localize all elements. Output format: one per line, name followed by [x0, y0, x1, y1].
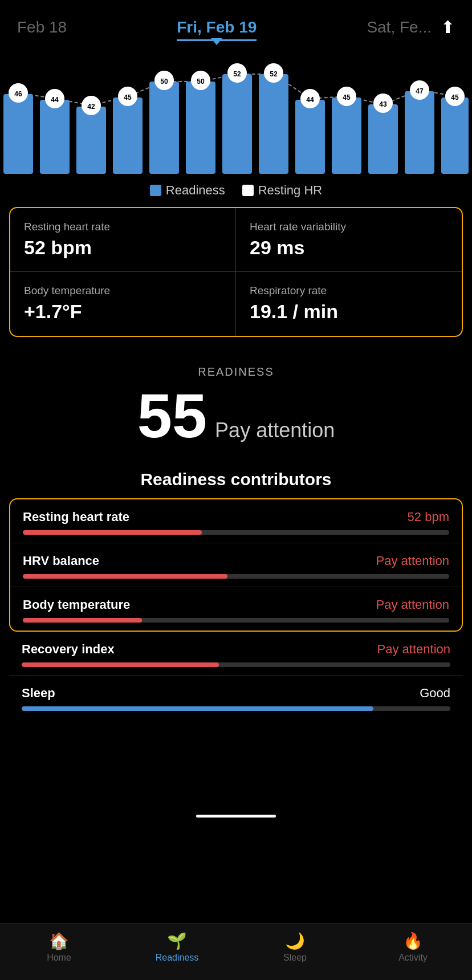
readiness-section: READINESS 55 Pay attention — [0, 343, 472, 453]
svg-text:52: 52 — [233, 70, 241, 78]
contributors-boxed: Resting heart rate 52 bpm HRV balance Pa… — [9, 498, 463, 632]
svg-text:45: 45 — [451, 93, 459, 101]
svg-point-25 — [227, 63, 247, 83]
contributors-outside: Recovery index Pay attention Sleep Good — [0, 632, 472, 719]
svg-text:45: 45 — [124, 93, 132, 101]
contributor-body-temp[interactable]: Body temperature Pay attention — [10, 587, 462, 631]
chart-legend: Readiness Resting HR — [0, 174, 472, 201]
svg-rect-0 — [3, 94, 33, 174]
metrics-grid: Resting heart rate 52 bpm Heart rate var… — [9, 207, 463, 337]
resting-hr-value: 52 bpm — [24, 237, 222, 259]
svg-point-35 — [410, 80, 429, 100]
date-arrow — [211, 38, 222, 45]
svg-point-29 — [300, 89, 320, 108]
nav-home[interactable]: 🏠 Home — [0, 932, 118, 963]
svg-text:42: 42 — [87, 103, 95, 111]
contributor-sleep[interactable]: Sleep Good — [9, 676, 463, 719]
svg-point-37 — [445, 87, 465, 106]
contributors-title: Readiness contributors — [0, 453, 472, 498]
svg-rect-8 — [295, 100, 325, 174]
svg-point-31 — [337, 87, 356, 106]
readiness-score-row: 55 Pay attention — [11, 384, 461, 447]
contributor-body-temp-bar — [23, 618, 142, 623]
svg-text:50: 50 — [197, 78, 205, 86]
resting-hr-legend-dot — [242, 185, 254, 196]
contributor-resting-hr-bar — [23, 530, 202, 535]
svg-rect-12 — [441, 97, 469, 174]
contributor-body-temp-bar-bg — [23, 618, 449, 623]
share-icon[interactable]: ⬆ — [441, 17, 455, 37]
sleep-icon: 🌙 — [285, 932, 305, 950]
resting-hr-legend-label: Resting HR — [258, 183, 322, 198]
svg-rect-4 — [149, 82, 179, 174]
header-right: Sat, Fe... ⬆ — [367, 17, 455, 37]
contributor-hrv-bar — [23, 574, 227, 579]
svg-rect-1 — [40, 100, 70, 174]
hrv-label: Heart rate variability — [250, 221, 448, 233]
contributor-resting-hr-name: Resting heart rate — [23, 510, 129, 524]
svg-point-17 — [82, 96, 101, 115]
svg-point-15 — [45, 89, 64, 108]
contributor-hrv[interactable]: HRV balance Pay attention — [10, 543, 462, 587]
resting-hr-label: Resting heart rate — [24, 221, 222, 233]
next-date[interactable]: Sat, Fe... — [367, 18, 432, 36]
svg-point-27 — [264, 63, 283, 83]
readiness-legend-dot — [150, 185, 161, 196]
prev-date[interactable]: Feb 18 — [17, 18, 67, 36]
nav-sleep-label: Sleep — [283, 953, 307, 963]
svg-rect-9 — [332, 97, 361, 174]
svg-text:52: 52 — [270, 70, 278, 78]
contributor-sleep-value: Good — [420, 686, 450, 701]
svg-text:45: 45 — [343, 93, 351, 101]
nav-home-label: Home — [47, 953, 71, 963]
contributor-resting-hr-bar-bg — [23, 530, 449, 535]
svg-text:43: 43 — [379, 100, 387, 108]
nav-readiness[interactable]: 🌱 Readiness — [118, 932, 236, 963]
nav-sleep[interactable]: 🌙 Sleep — [236, 932, 354, 963]
contributor-recovery[interactable]: Recovery index Pay attention — [9, 632, 463, 676]
readiness-legend-label: Readiness — [166, 183, 225, 198]
legend-readiness: Readiness — [150, 183, 225, 198]
current-date[interactable]: Fri, Feb 19 — [177, 18, 257, 41]
readiness-title: READINESS — [11, 365, 461, 379]
svg-point-23 — [191, 71, 210, 90]
svg-rect-11 — [405, 91, 434, 174]
contributor-body-temp-name: Body temperature — [23, 597, 130, 612]
svg-rect-10 — [368, 104, 398, 174]
contributor-resting-hr[interactable]: Resting heart rate 52 bpm — [10, 499, 462, 543]
contributor-resting-hr-value: 52 bpm — [408, 510, 449, 524]
svg-rect-5 — [186, 82, 215, 174]
contributor-sleep-header: Sleep Good — [22, 686, 450, 701]
body-temp-cell[interactable]: Body temperature +1.7°F — [10, 272, 236, 336]
contributor-sleep-name: Sleep — [22, 686, 55, 701]
header: Feb 18 Fri, Feb 19 Sat, Fe... ⬆ — [0, 0, 472, 37]
svg-point-13 — [9, 83, 28, 103]
resp-rate-cell[interactable]: Respiratory rate 19.1 / min — [236, 272, 462, 336]
svg-text:47: 47 — [416, 87, 424, 95]
hrv-cell[interactable]: Heart rate variability 29 ms — [236, 208, 462, 272]
readiness-status: Pay attention — [215, 418, 335, 442]
home-indicator — [196, 815, 276, 818]
contributor-hrv-name: HRV balance — [23, 554, 99, 568]
body-temp-value: +1.7°F — [24, 300, 222, 323]
contributor-recovery-bar-bg — [22, 662, 450, 667]
contributor-resting-hr-header: Resting heart rate 52 bpm — [23, 510, 449, 524]
contributor-body-temp-value: Pay attention — [376, 597, 449, 612]
nav-activity[interactable]: 🔥 Activity — [354, 932, 472, 963]
contributor-hrv-header: HRV balance Pay attention — [23, 554, 449, 568]
svg-text:50: 50 — [160, 78, 168, 86]
chart-area: 46 44 42 45 50 50 52 52 44 45 43 47 45 — [0, 54, 472, 174]
contributor-hrv-bar-bg — [23, 574, 449, 579]
body-temp-label: Body temperature — [24, 284, 222, 297]
contributor-body-temp-header: Body temperature Pay attention — [23, 597, 449, 612]
svg-rect-6 — [222, 74, 252, 174]
svg-text:44: 44 — [51, 96, 59, 104]
resting-hr-cell[interactable]: Resting heart rate 52 bpm — [10, 208, 236, 272]
svg-point-19 — [118, 87, 137, 106]
bottom-nav: 🏠 Home 🌱 Readiness 🌙 Sleep 🔥 Activity — [0, 923, 472, 980]
nav-activity-label: Activity — [398, 953, 428, 963]
contributor-recovery-name: Recovery index — [22, 642, 115, 657]
svg-rect-2 — [76, 107, 106, 174]
contributor-sleep-bar-bg — [22, 706, 450, 711]
contributor-recovery-header: Recovery index Pay attention — [22, 642, 450, 657]
